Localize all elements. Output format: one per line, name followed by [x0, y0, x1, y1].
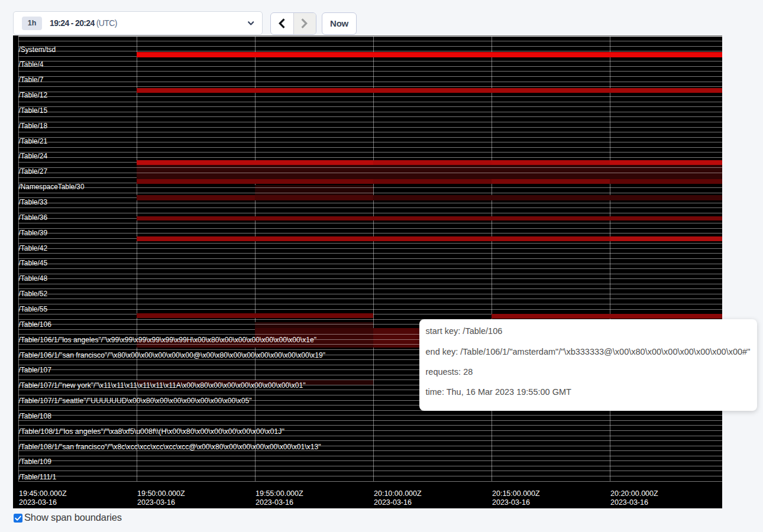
svg-text:/Table/36: /Table/36 — [19, 213, 48, 222]
svg-text:/Table/18: /Table/18 — [19, 122, 48, 130]
svg-text:2023-03-16: 2023-03-16 — [137, 498, 175, 507]
svg-text:/Table/108: /Table/108 — [19, 412, 52, 420]
svg-text:2023-03-16: 2023-03-16 — [256, 498, 293, 507]
svg-text:/Table/4: /Table/4 — [19, 60, 44, 69]
svg-text:19:45:00.000Z: 19:45:00.000Z — [19, 489, 67, 498]
svg-text:/Table/21: /Table/21 — [19, 137, 48, 145]
svg-text:2023-03-16: 2023-03-16 — [19, 498, 57, 507]
svg-text:/Table/107: /Table/107 — [19, 366, 52, 374]
svg-text:/Table/42: /Table/42 — [19, 244, 48, 252]
svg-text:/Table/27: /Table/27 — [19, 167, 48, 176]
svg-text:/System/tsd: /System/tsd — [19, 46, 56, 54]
svg-text:/Table/12: /Table/12 — [19, 91, 48, 99]
svg-text:/Table/109: /Table/109 — [19, 458, 52, 466]
svg-text:/Table/108/1/"los angeles"/"\x: /Table/108/1/"los angeles"/"\xa8\xf5\u00… — [19, 427, 285, 436]
svg-text:19:55:00.000Z: 19:55:00.000Z — [256, 489, 303, 498]
svg-text:/Table/33: /Table/33 — [19, 198, 48, 206]
svg-text:/Table/55: /Table/55 — [19, 305, 48, 313]
svg-text:/NamespaceTable/30: /NamespaceTable/30 — [19, 183, 85, 191]
svg-text:20:15:00.000Z: 20:15:00.000Z — [492, 489, 540, 498]
svg-text:/Table/106/1/"san francisco"/": /Table/106/1/"san francisco"/"\x80\x00\x… — [19, 351, 326, 359]
svg-text:/Table/24: /Table/24 — [19, 152, 48, 160]
svg-text:2023-03-16: 2023-03-16 — [374, 498, 412, 507]
svg-text:/Table/15: /Table/15 — [19, 106, 48, 115]
svg-text:/Table/48: /Table/48 — [19, 274, 48, 283]
svg-text:19:50:00.000Z: 19:50:00.000Z — [137, 489, 185, 498]
svg-text:2023-03-16: 2023-03-16 — [492, 498, 530, 507]
svg-text:/Table/7: /Table/7 — [19, 76, 44, 84]
svg-text:20:10:00.000Z: 20:10:00.000Z — [374, 489, 422, 498]
svg-text:2023-03-16: 2023-03-16 — [610, 498, 648, 507]
svg-text:/Table/111/1: /Table/111/1 — [19, 473, 57, 481]
svg-text:/Table/52: /Table/52 — [19, 290, 48, 298]
svg-text:/Table/106: /Table/106 — [19, 320, 52, 329]
svg-text:/Table/107/1/"seattle"/"UUUUUU: /Table/107/1/"seattle"/"UUUUUUD\x00\x80\… — [19, 397, 252, 405]
svg-text:/Table/39: /Table/39 — [19, 229, 48, 237]
svg-text:/Table/45: /Table/45 — [19, 259, 48, 267]
svg-text:/Table/108/1/"san francisco"/": /Table/108/1/"san francisco"/"\x8c\xcc\x… — [19, 443, 321, 451]
svg-text:20:20:00.000Z: 20:20:00.000Z — [610, 489, 658, 498]
svg-text:/Table/106/1/"los angeles"/"\x: /Table/106/1/"los angeles"/"\x99\x99\x99… — [19, 336, 317, 344]
svg-text:/Table/107/1/"new york"/"\x11\: /Table/107/1/"new york"/"\x11\x11\x11\x1… — [19, 381, 306, 390]
